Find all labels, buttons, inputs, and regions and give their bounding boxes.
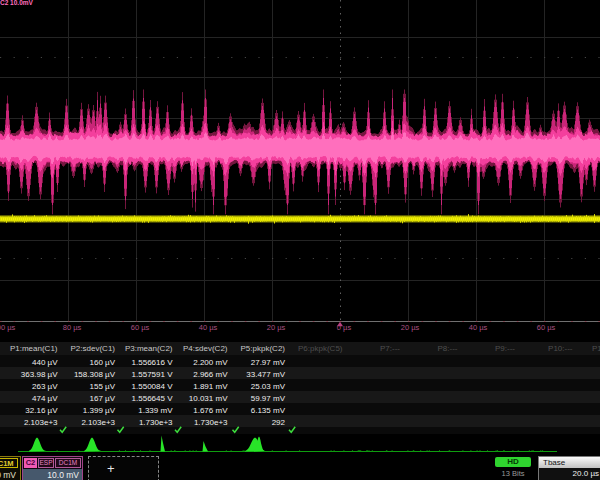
svg-text:40 µs: 40 µs (469, 323, 488, 332)
svg-text:292: 292 (272, 418, 286, 427)
svg-text:20 µs: 20 µs (267, 323, 286, 332)
svg-text:60 µs: 60 µs (131, 323, 150, 332)
svg-text:P4:sdev(C2): P4:sdev(C2) (183, 344, 228, 353)
svg-text:P11:---: P11:--- (592, 344, 600, 353)
svg-text:474 µV: 474 µV (32, 394, 58, 403)
svg-text:P6:pkpk(C5): P6:pkpk(C5) (298, 344, 343, 353)
svg-text:80 µs: 80 µs (63, 323, 82, 332)
svg-text:100 µs: 100 µs (0, 323, 16, 332)
svg-text:25.03 mV: 25.03 mV (251, 382, 286, 391)
svg-text:2.200 mV: 2.200 mV (193, 358, 228, 367)
svg-text:363.98 µV: 363.98 µV (21, 370, 58, 379)
svg-text:P3:mean(C2): P3:mean(C2) (125, 344, 173, 353)
svg-text:20 µs: 20 µs (401, 323, 420, 332)
svg-text:P5:pkpk(C2): P5:pkpk(C2) (241, 344, 286, 353)
svg-text:440 µV: 440 µV (32, 358, 58, 367)
svg-text:33.477 mV: 33.477 mV (246, 370, 285, 379)
svg-text:1.399 µV: 1.399 µV (83, 406, 116, 415)
svg-text:60 µs: 60 µs (537, 323, 556, 332)
svg-text:P7:---: P7:--- (380, 344, 400, 353)
svg-text:2.103e+3: 2.103e+3 (24, 418, 58, 427)
svg-text:10.031 mV: 10.031 mV (189, 394, 228, 403)
svg-text:1.730e+3: 1.730e+3 (194, 418, 228, 427)
svg-text:263 µV: 263 µV (32, 382, 58, 391)
svg-text:158.308 µV: 158.308 µV (74, 370, 116, 379)
svg-text:2.103e+3: 2.103e+3 (81, 418, 115, 427)
svg-text:1.550084 V: 1.550084 V (132, 382, 174, 391)
svg-text:1.556616 V: 1.556616 V (132, 358, 174, 367)
svg-text:40 µs: 40 µs (199, 323, 218, 332)
svg-text:P2:sdev(C1): P2:sdev(C1) (71, 344, 116, 353)
svg-text:1.676 mV: 1.676 mV (193, 406, 228, 415)
svg-text:160 µV: 160 µV (89, 358, 115, 367)
svg-text:P1:mean(C1): P1:mean(C1) (10, 344, 58, 353)
svg-text:59.97 mV: 59.97 mV (251, 394, 286, 403)
svg-text:P10:---: P10:--- (548, 344, 573, 353)
svg-text:155 µV: 155 µV (89, 382, 115, 391)
svg-text:1.730e+3: 1.730e+3 (139, 418, 173, 427)
svg-text:1.557591 V: 1.557591 V (132, 370, 174, 379)
svg-text:167 µV: 167 µV (89, 394, 115, 403)
svg-text:32.16 µV: 32.16 µV (25, 406, 58, 415)
svg-text:1.891 mV: 1.891 mV (193, 382, 228, 391)
svg-text:27.97 mV: 27.97 mV (251, 358, 286, 367)
svg-text:P9:---: P9:--- (495, 344, 515, 353)
svg-text:1.556645 V: 1.556645 V (132, 394, 174, 403)
svg-text:P8:---: P8:--- (438, 344, 458, 353)
svg-text:6.135 mV: 6.135 mV (251, 406, 286, 415)
svg-text:2.966 mV: 2.966 mV (193, 370, 228, 379)
svg-text:1.339 mV: 1.339 mV (138, 406, 173, 415)
